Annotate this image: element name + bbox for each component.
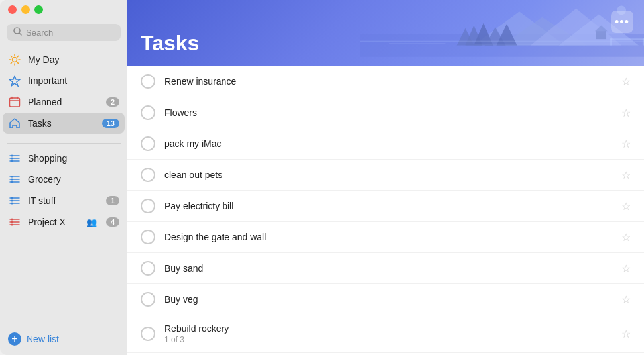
minimize-button[interactable] [21, 5, 30, 14]
task-list: Renew insurance ☆ Flowers ☆ pack my iMac… [127, 66, 644, 355]
maximize-button[interactable] [34, 5, 43, 14]
new-list-plus-icon: + [8, 332, 21, 346]
task-star-3[interactable]: ☆ [621, 138, 631, 150]
svg-rect-52 [474, 44, 559, 45]
table-row[interactable]: pack my iMac ☆ [127, 128, 644, 160]
svg-rect-56 [596, 31, 606, 39]
table-row[interactable]: Renew insurance ☆ [127, 66, 644, 97]
svg-rect-53 [610, 38, 644, 40]
task-name-9: Rebuild rockery [164, 323, 612, 334]
search-bar[interactable] [7, 24, 121, 41]
table-row[interactable]: Buy veg ☆ [127, 284, 644, 315]
it-stuff-badge: 1 [106, 196, 119, 205]
svg-rect-51 [388, 43, 445, 44]
svg-point-27 [11, 181, 13, 183]
list-section: Shopping Grocery [0, 148, 127, 329]
sidebar-item-project-x[interactable]: Project X 👥 4 [3, 211, 125, 232]
page-title: Tasks [141, 31, 199, 56]
task-checkbox-6[interactable] [141, 230, 155, 244]
task-checkbox-3[interactable] [141, 136, 155, 151]
table-row[interactable]: Buy sand ☆ [127, 253, 644, 284]
new-list-button[interactable]: + New list [3, 329, 125, 350]
task-checkbox-8[interactable] [141, 292, 155, 307]
header-banner: Tasks [127, 0, 644, 66]
task-name-8: Buy veg [164, 294, 612, 305]
home-icon [8, 117, 21, 130]
table-row[interactable]: Pay electricty bill ☆ [127, 191, 644, 222]
svg-line-1 [19, 33, 21, 35]
close-button[interactable] [8, 5, 17, 14]
svg-point-31 [11, 197, 13, 199]
nav-grocery-label: Grocery [28, 174, 119, 185]
nav-shopping-label: Shopping [28, 153, 119, 164]
table-row[interactable]: Design the gate and wall ☆ [127, 222, 644, 253]
project-x-shared-icon: 👥 [86, 217, 97, 227]
task-checkbox-1[interactable] [141, 74, 155, 89]
svg-point-26 [11, 179, 13, 181]
task-name-3: pack my iMac [164, 138, 612, 149]
svg-rect-50 [360, 41, 644, 42]
sidebar-item-shopping[interactable]: Shopping [3, 148, 125, 169]
task-star-1[interactable]: ☆ [621, 76, 631, 88]
header-menu-button[interactable]: ••• [611, 11, 633, 33]
nav-important-label: Important [28, 76, 119, 86]
list-icon-shopping [8, 152, 21, 165]
table-row[interactable]: Rebuild rockery 1 of 3 ☆ [127, 315, 644, 353]
svg-point-2 [13, 58, 17, 62]
sidebar-item-grocery[interactable]: Grocery [3, 169, 125, 190]
new-list-label: New list [27, 334, 59, 344]
svg-line-7 [11, 56, 11, 56]
banner-illustration [360, 0, 644, 57]
sidebar-divider [7, 143, 121, 144]
main-content: Tasks [127, 0, 644, 355]
svg-point-33 [11, 203, 13, 205]
sidebar-item-my-day[interactable]: My Day [3, 49, 125, 70]
svg-rect-12 [10, 98, 20, 107]
nav-it-stuff-label: IT stuff [28, 195, 99, 206]
task-name-5: Pay electricty bill [164, 201, 612, 211]
list-icon-project-x [8, 215, 21, 228]
search-input[interactable] [26, 28, 114, 38]
task-checkbox-9[interactable] [141, 327, 155, 341]
search-icon [13, 27, 22, 38]
sidebar-item-planned[interactable]: Planned 2 [3, 91, 125, 113]
svg-point-37 [11, 219, 13, 221]
nav-project-x-label: Project X [28, 217, 80, 227]
svg-point-38 [11, 221, 13, 223]
task-star-4[interactable]: ☆ [621, 169, 631, 181]
star-icon [8, 74, 21, 87]
calendar-icon [8, 95, 21, 109]
list-icon-grocery [8, 173, 21, 186]
sidebar-item-it-stuff[interactable]: IT stuff 1 [3, 190, 125, 211]
task-sub-9: 1 of 3 [164, 335, 612, 344]
task-star-9[interactable]: ☆ [621, 328, 631, 340]
table-row[interactable]: Flowers ☆ [127, 97, 644, 128]
task-name-6: Design the gate and wall [164, 232, 612, 242]
svg-line-10 [11, 62, 11, 63]
task-checkbox-2[interactable] [141, 105, 155, 120]
project-x-badge: 4 [106, 217, 119, 227]
task-name-4: clean out pets [164, 170, 612, 180]
svg-marker-11 [9, 76, 20, 86]
task-name-2: Flowers [164, 107, 612, 118]
task-star-8[interactable]: ☆ [621, 293, 631, 306]
nav-my-day-label: My Day [28, 54, 119, 65]
nav-tasks-label: Tasks [28, 118, 96, 128]
task-checkbox-4[interactable] [141, 168, 155, 182]
list-icon-it-stuff [8, 194, 21, 207]
task-star-6[interactable]: ☆ [621, 231, 631, 244]
task-checkbox-5[interactable] [141, 199, 155, 213]
svg-point-25 [11, 176, 13, 178]
task-name-7: Buy sand [164, 263, 612, 274]
svg-line-8 [17, 62, 18, 63]
task-star-5[interactable]: ☆ [621, 200, 631, 213]
table-row[interactable]: clean out pets ☆ [127, 160, 644, 191]
sidebar-item-tasks[interactable]: Tasks 13 [3, 113, 125, 134]
svg-point-39 [11, 224, 13, 226]
task-star-7[interactable]: ☆ [621, 262, 631, 275]
sun-icon [8, 53, 21, 66]
sidebar-item-important[interactable]: Important [3, 70, 125, 91]
svg-point-19 [11, 155, 13, 157]
task-star-2[interactable]: ☆ [621, 107, 631, 119]
task-checkbox-7[interactable] [141, 261, 155, 276]
